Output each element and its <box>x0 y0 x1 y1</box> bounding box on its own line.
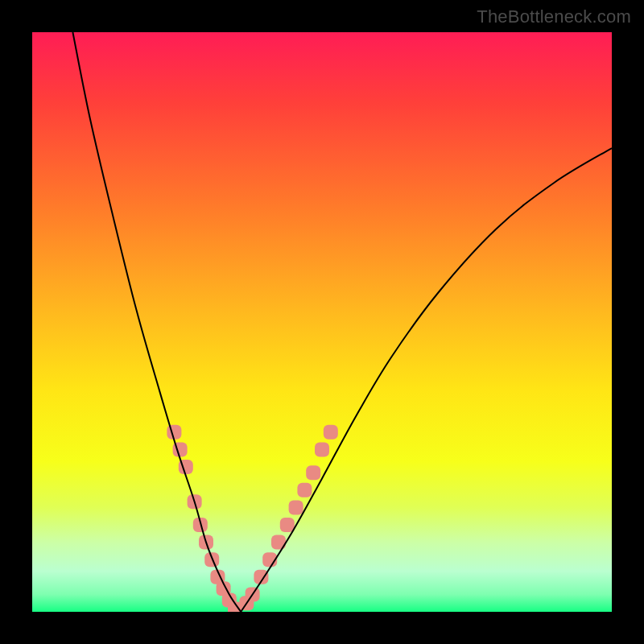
marker-dot <box>280 518 295 532</box>
watermark-text: TheBottleneck.com <box>477 6 631 27</box>
marker-dot <box>306 465 320 480</box>
right-curve <box>241 148 612 612</box>
marker-dots <box>167 425 337 612</box>
plot-area <box>32 32 612 612</box>
curves-layer <box>32 32 612 612</box>
marker-dot <box>315 442 329 456</box>
chart-root: TheBottleneck.com <box>0 0 644 644</box>
marker-dot <box>167 425 181 440</box>
marker-dot <box>297 483 312 497</box>
left-curve <box>72 32 241 612</box>
marker-dot <box>289 500 303 514</box>
marker-dot <box>324 425 338 440</box>
